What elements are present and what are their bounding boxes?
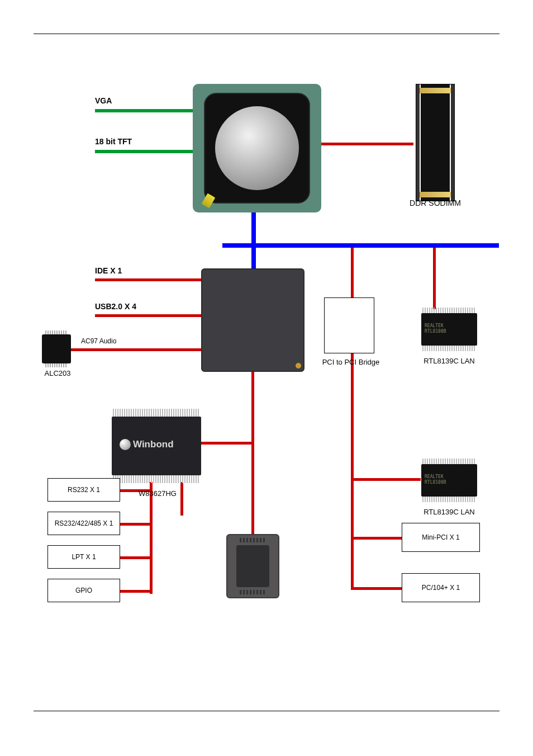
- bus-pci-horiz: [222, 243, 499, 248]
- rule-bottom: [34, 711, 499, 711]
- to-lan2: [351, 478, 421, 481]
- cpu-die: [215, 106, 299, 190]
- superio-chip: Winbond: [112, 417, 201, 475]
- label-ac97: AC97 Audio: [81, 337, 116, 345]
- bus-tft-line: [95, 150, 193, 153]
- bios-socket: [226, 534, 279, 598]
- opt-minipci-text: Mini-PCI X 1: [422, 533, 459, 541]
- pcibr-down: [351, 353, 354, 588]
- bus-ide-line: [95, 278, 201, 281]
- bus-ddr-line: [321, 143, 413, 145]
- lan2-chip: REALTEK RTL8100B: [421, 464, 477, 497]
- to-winbond: [201, 442, 254, 445]
- lan2-chip-line2: RTL8100B: [425, 480, 446, 485]
- pci-bridge-label: PCI to PCI Bridge: [320, 358, 382, 366]
- plcc-pins-b: [240, 590, 266, 594]
- winbond-swirl-icon: [120, 439, 131, 450]
- opt-pc104: PC/104+ X 1: [402, 573, 480, 602]
- lan2-chip-line1: REALTEK: [425, 474, 444, 479]
- rule-top: [34, 34, 499, 34]
- superio-label: W83627HG: [130, 489, 185, 498]
- superio-pins-top: [113, 409, 200, 417]
- superio-logo: Winbond: [120, 439, 174, 450]
- label-usb: USB2.0 X 4: [95, 302, 136, 311]
- drop-lan1: [433, 248, 436, 309]
- to-rbox2: [351, 587, 402, 590]
- lan1-chip-line1: REALTEK: [425, 323, 444, 328]
- ddr-module: [416, 84, 455, 201]
- superio-brand: Winbond: [133, 439, 174, 450]
- label-tft: 18 bit TFT: [95, 137, 132, 146]
- winbond-down-stub: [180, 482, 183, 516]
- bus-main-vert: [251, 212, 256, 271]
- bus-usb-line: [95, 314, 201, 317]
- ddr-label: DDR SODIMM: [402, 199, 469, 207]
- opt-rs232-text: RS232 X 1: [68, 486, 100, 494]
- sb-corner: [296, 363, 301, 368]
- opt-lpt-text: LPT X 1: [72, 553, 96, 561]
- opt-gpio-text: GPIO: [75, 587, 92, 594]
- cpu-chip: [193, 84, 321, 212]
- to-l3: [119, 556, 151, 559]
- lan1-chip-line2: RTL8100B: [425, 329, 446, 334]
- opt-rs232: RS232 X 1: [47, 478, 120, 502]
- label-ide: IDE X 1: [95, 266, 122, 275]
- opt-pc104-text: PC/104+ X 1: [422, 584, 460, 592]
- bus-vga-line: [95, 109, 193, 112]
- pci-bridge-box: [324, 297, 374, 353]
- lan1-label: RTL8139C LAN: [407, 357, 491, 365]
- lan2-label: RTL8139C LAN: [407, 508, 491, 516]
- opt-rs232-485-text: RS232/422/485 X 1: [55, 519, 113, 527]
- to-rbox1: [351, 537, 402, 540]
- opt-gpio: GPIO: [47, 579, 120, 602]
- winbond-down: [150, 482, 153, 594]
- audio-codec-label: ALC203: [35, 369, 80, 377]
- plcc-inner: [236, 545, 269, 587]
- plcc-pins-t: [240, 538, 266, 542]
- superio-pins-bot: [113, 475, 200, 483]
- lan1-chip: REALTEK RTL8100B: [421, 313, 477, 346]
- audio-codec-chip: [42, 334, 71, 363]
- opt-lpt: LPT X 1: [47, 545, 120, 569]
- opt-rs232-485: RS232/422/485 X 1: [47, 512, 120, 535]
- sb-down: [251, 372, 254, 537]
- opt-minipci: Mini-PCI X 1: [402, 523, 480, 552]
- label-vga: VGA: [95, 96, 112, 105]
- drop-pcibr: [351, 248, 354, 298]
- southbridge-chip: [201, 268, 304, 372]
- to-l2: [119, 523, 151, 526]
- bus-ac97-line: [71, 348, 201, 351]
- to-l4: [119, 590, 151, 593]
